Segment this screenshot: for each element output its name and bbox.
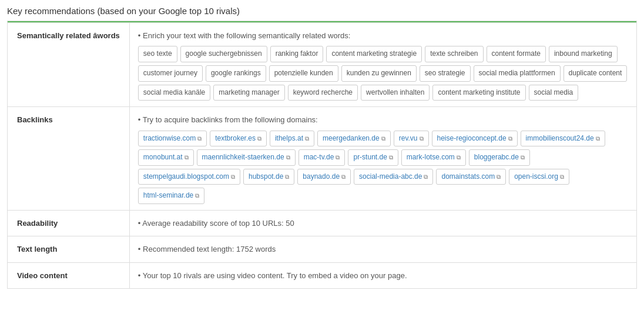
backlink-tag[interactable]: textbroker.es⧉ <box>210 131 267 147</box>
section-row-text-length: Text lengthRecommended text length: 1752… <box>8 236 637 262</box>
backlink-tag[interactable]: meergedanken.de⧉ <box>317 131 391 147</box>
keyword-tag: customer journey <box>138 65 203 82</box>
external-link-icon: ⧉ <box>231 173 235 180</box>
backlink-tag[interactable]: html-seminar.de⧉ <box>138 188 204 204</box>
external-link-icon: ⧉ <box>197 135 202 142</box>
section-label-semantically-related: Semantically related âwords <box>8 23 130 107</box>
backlink-tag[interactable]: mac-tv.de⧉ <box>298 149 346 166</box>
section-text-video-content: Your top 10 rivals are using video conte… <box>138 269 628 282</box>
backlink-tag[interactable]: domainstats.com⧉ <box>436 169 506 185</box>
section-content-backlinks: Try to acquire backlinks from the follow… <box>129 107 636 211</box>
keyword-tag: google suchergebnissen <box>180 46 267 62</box>
section-label-video-content: Video content <box>8 262 130 288</box>
section-content-semantically-related: Enrich your text with the following sema… <box>129 23 636 107</box>
keyword-tag: marketing manager <box>213 85 284 101</box>
external-link-icon: ⧉ <box>521 154 525 161</box>
recommendations-table: Semantically related âwordsEnrich your t… <box>7 21 637 289</box>
keyword-tag: content marketing institute <box>432 85 525 101</box>
backlink-tag[interactable]: ithelps.at⧉ <box>270 131 314 147</box>
keyword-tag: social media plattformen <box>474 65 561 82</box>
keyword-tag: potenzielle kunden <box>269 65 338 82</box>
backlink-tag[interactable]: hubspot.de⧉ <box>243 169 294 185</box>
section-row-backlinks: BacklinksTry to acquire backlinks from t… <box>8 107 637 211</box>
external-link-icon: ⧉ <box>381 135 385 142</box>
keyword-tag: content formate <box>487 46 546 62</box>
external-link-icon: ⧉ <box>389 154 393 161</box>
keyword-tag: duplicate content <box>564 65 628 82</box>
backlink-tag[interactable]: mark-lotse.com⧉ <box>401 149 466 166</box>
backlink-tag[interactable]: tractionwise.com⧉ <box>138 131 207 147</box>
section-row-semantically-related: Semantically related âwordsEnrich your t… <box>8 23 637 107</box>
keyword-tag: keyword recherche <box>288 85 358 101</box>
section-label-readability: Readability <box>8 210 130 236</box>
external-link-icon: ⧉ <box>560 173 564 180</box>
external-link-icon: ⧉ <box>420 135 424 142</box>
backlink-tag[interactable]: open-iscsi.org⧉ <box>509 169 569 185</box>
main-container: Key recommendations (based on your Googl… <box>0 0 644 295</box>
external-link-icon: ⧉ <box>195 192 199 199</box>
section-row-readability: ReadabilityAverage readability score of … <box>8 210 637 236</box>
keyword-tag: inbound marketing <box>549 46 618 62</box>
external-link-icon: ⧉ <box>508 135 512 142</box>
keyword-tag: ranking faktor <box>270 46 324 62</box>
section-intro-backlinks: Try to acquire backlinks from the follow… <box>138 113 628 126</box>
backlink-tag[interactable]: immobilienscout24.de⧉ <box>521 131 605 147</box>
external-link-icon: ⧉ <box>305 135 309 142</box>
external-link-icon: ⧉ <box>336 154 340 161</box>
external-link-icon: ⧉ <box>457 154 461 161</box>
tags-area-backlinks: tractionwise.com⧉textbroker.es⧉ithelps.a… <box>138 131 628 204</box>
section-intro-semantically-related: Enrich your text with the following sema… <box>138 29 628 42</box>
external-link-icon: ⧉ <box>185 154 189 161</box>
external-link-icon: ⧉ <box>341 173 346 180</box>
keyword-tag: wertvollen inhalten <box>361 85 430 101</box>
keyword-tag: google rankings <box>206 65 266 82</box>
tags-area-semantically-related: seo textegoogle suchergebnissenranking f… <box>138 46 628 101</box>
external-link-icon: ⧉ <box>257 135 261 142</box>
external-link-icon: ⧉ <box>497 173 501 180</box>
backlink-tag[interactable]: stempelgaudi.blogspot.com⧉ <box>138 169 240 185</box>
keyword-tag: kunden zu gewinnen <box>341 65 417 82</box>
section-content-video-content: Your top 10 rivals are using video conte… <box>129 262 636 288</box>
section-row-video-content: Video contentYour top 10 rivals are usin… <box>8 262 637 288</box>
keyword-tag: seo texte <box>138 46 177 62</box>
section-label-backlinks: Backlinks <box>8 107 130 211</box>
keyword-tag: social media kanäle <box>138 85 210 101</box>
backlink-tag[interactable]: heise-regioconcept.de⧉ <box>432 131 518 147</box>
backlink-tag[interactable]: monobunt.at⧉ <box>138 149 194 166</box>
external-link-icon: ⧉ <box>286 154 290 161</box>
external-link-icon: ⧉ <box>596 135 600 142</box>
keyword-tag: seo strategie <box>420 65 471 82</box>
section-text-text-length: Recommended text length: 1752 words <box>138 242 628 256</box>
keyword-tag: texte schreiben <box>425 46 483 62</box>
backlink-tag[interactable]: bloggerabc.de⧉ <box>469 149 530 166</box>
backlink-tag[interactable]: rev.vu⧉ <box>394 131 429 147</box>
backlink-tag[interactable]: maennlichkeit-staerken.de⧉ <box>197 149 296 166</box>
backlink-tag[interactable]: baynado.de⧉ <box>297 169 351 185</box>
external-link-icon: ⧉ <box>285 173 289 180</box>
section-content-readability: Average readability score of top 10 URLs… <box>129 210 636 236</box>
section-content-text-length: Recommended text length: 1752 words <box>129 236 636 262</box>
section-label-text-length: Text length <box>8 236 130 262</box>
keyword-tag: social media <box>529 85 579 101</box>
backlink-tag[interactable]: social-media-abc.de⧉ <box>354 169 433 185</box>
backlink-tag[interactable]: pr-stunt.de⧉ <box>348 149 398 166</box>
keyword-tag: content marketing strategie <box>326 46 422 62</box>
section-text-readability: Average readability score of top 10 URLs… <box>138 216 628 230</box>
external-link-icon: ⧉ <box>424 173 428 180</box>
page-title: Key recommendations (based on your Googl… <box>7 6 637 16</box>
